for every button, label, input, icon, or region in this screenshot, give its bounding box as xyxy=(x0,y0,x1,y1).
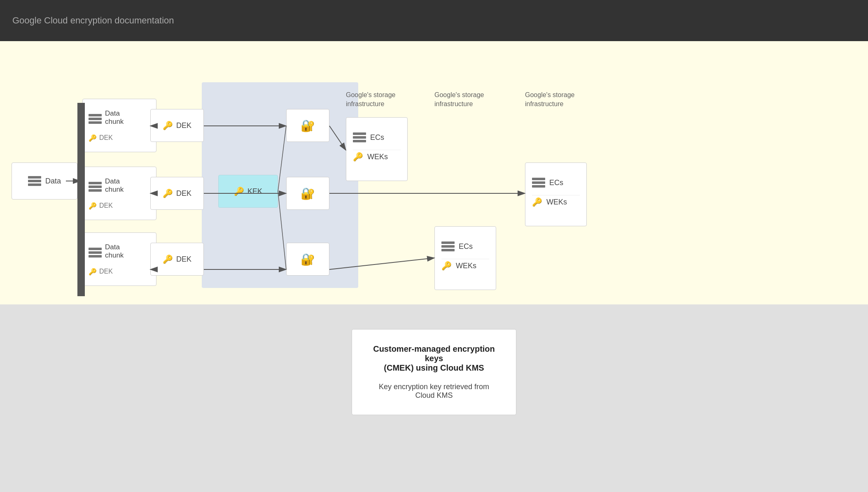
storage-box-3: ECs 🔑 WEKs xyxy=(434,226,496,290)
dek3-key-icon: 🔑 xyxy=(163,254,173,264)
storage2-ecs-row: ECs xyxy=(532,177,563,188)
chunk-box-1: Datachunk 🔑 DEK xyxy=(82,99,156,152)
chunk3-title: Datachunk xyxy=(105,243,124,260)
kek-key-icon: 🔑 xyxy=(234,186,244,196)
storage3-ecs-row: ECs xyxy=(441,241,473,252)
dek-box-1: 🔑 DEK xyxy=(150,109,204,142)
info-box: Customer-managed encryption keys(CMEK) u… xyxy=(352,329,516,415)
data-label: Data xyxy=(45,177,61,186)
chunk1-title: Datachunk xyxy=(105,109,124,126)
enc-key-box-3: 🔐 xyxy=(286,243,329,276)
storage2-ecs-label: ECs xyxy=(549,179,563,187)
storage2-db-icon xyxy=(532,177,545,188)
dek2-key-icon: 🔑 xyxy=(163,188,173,198)
storage3-db-icon xyxy=(441,241,455,252)
chunk-box-2: Datachunk 🔑 DEK xyxy=(82,167,156,220)
dek-box-2: 🔑 DEK xyxy=(150,177,204,210)
chunk2-title: Datachunk xyxy=(105,177,124,194)
storage3-weks-row: 🔑 WEKs xyxy=(441,261,476,271)
enc-key-box-1: 🔐 xyxy=(286,109,329,142)
storage1-weks-label: WEKs xyxy=(367,153,388,161)
storage1-ecs-row: ECs xyxy=(353,132,384,143)
storage3-weks-label: WEKs xyxy=(456,262,476,270)
chunk3-sublabel: 🔑 DEK xyxy=(89,268,113,276)
top-bar: Google Cloud encryption documentation xyxy=(0,0,868,41)
chunk3-db-icon xyxy=(89,247,102,258)
chunk2-key-icon: 🔑 xyxy=(89,202,97,210)
enc-key2-icon: 🔐 xyxy=(301,187,315,200)
chunk1-db-icon xyxy=(89,113,102,125)
storage2-key-icon: 🔑 xyxy=(532,197,542,207)
chunk1-sublabel: 🔑 DEK xyxy=(89,134,113,142)
infra-label-1: Google's storageinfrastructure xyxy=(346,91,395,109)
storage3-ecs-label: ECs xyxy=(459,242,473,251)
chunk1-key-icon: 🔑 xyxy=(89,134,97,142)
diagram-area: Google's storageinfrastructure Google's … xyxy=(0,41,868,304)
dek-box-3: 🔑 DEK xyxy=(150,243,204,276)
storage3-key-icon: 🔑 xyxy=(441,261,452,271)
storage1-db-icon xyxy=(353,132,366,143)
chunk3-key-icon: 🔑 xyxy=(89,268,97,276)
chunk2-db-icon xyxy=(89,181,102,193)
storage-box-2: ECs 🔑 WEKs xyxy=(525,162,587,226)
storage1-key-icon: 🔑 xyxy=(353,152,363,162)
dek1-label: DEK xyxy=(176,121,191,130)
dek1-key-icon: 🔑 xyxy=(163,121,173,130)
top-bar-text: Google Cloud encryption documentation xyxy=(12,15,174,26)
infra-label-3: Google's storageinfrastructure xyxy=(525,91,574,109)
dek3-label: DEK xyxy=(176,255,191,264)
enc-key-box-2: 🔐 xyxy=(286,177,329,210)
chunk-box-3: Datachunk 🔑 DEK xyxy=(82,232,156,286)
kek-box: 🔑 KEK xyxy=(218,175,278,208)
storage2-weks-row: 🔑 WEKs xyxy=(532,197,567,207)
infra-label-2: Google's storageinfrastructure xyxy=(434,91,484,109)
info-desc: Key encryption key retrieved fromCloud K… xyxy=(364,383,504,400)
kek-label: KEK xyxy=(247,187,262,196)
enc-key1-icon: 🔐 xyxy=(301,119,315,132)
enc-key3-icon: 🔐 xyxy=(301,253,315,266)
dek2-label: DEK xyxy=(176,189,191,198)
chunk2-sublabel: 🔑 DEK xyxy=(89,202,113,210)
storage1-weks-row: 🔑 WEKs xyxy=(353,152,388,162)
storage1-ecs-label: ECs xyxy=(370,133,384,142)
bottom-area: Customer-managed encryption keys(CMEK) u… xyxy=(0,304,868,492)
data-db-icon xyxy=(28,175,41,187)
storage-box-1: ECs 🔑 WEKs xyxy=(346,117,408,181)
data-box: Data xyxy=(12,162,77,200)
info-title: Customer-managed encryption keys(CMEK) u… xyxy=(364,344,504,373)
storage2-weks-label: WEKs xyxy=(546,198,567,207)
vbar-main xyxy=(77,103,85,296)
